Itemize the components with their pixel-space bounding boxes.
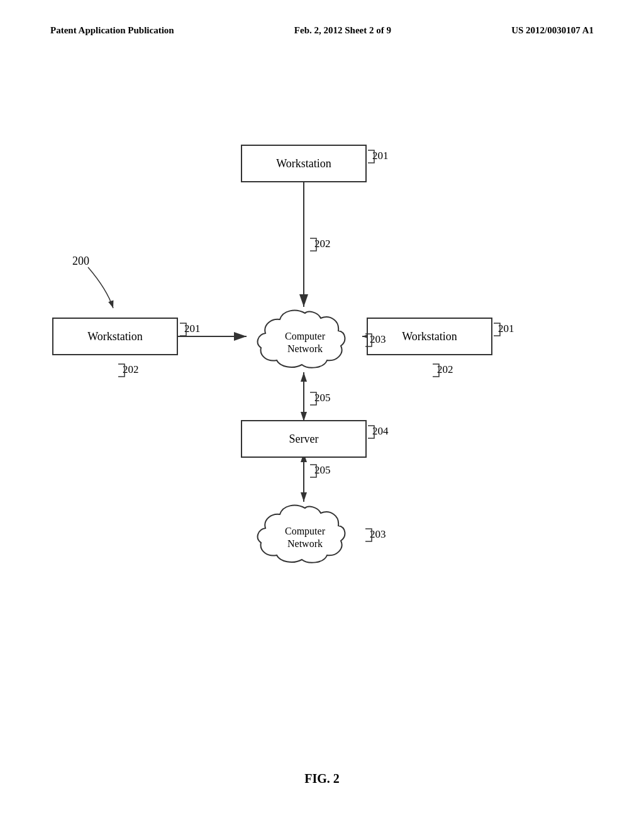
bracket-202-left <box>115 361 128 380</box>
bracket-203-top <box>362 331 375 350</box>
bracket-205-bottom <box>307 462 319 480</box>
server-label: Server <box>289 433 319 446</box>
computer-network-top-cloud: Computer Network <box>245 307 365 376</box>
bracket-203-bottom <box>362 526 375 545</box>
workstation-top-box: Workstation <box>241 145 367 182</box>
workstation-right-label: Workstation <box>402 330 457 343</box>
server-box: Server <box>241 420 367 458</box>
workstation-top-label: Workstation <box>276 157 331 170</box>
svg-text:Network: Network <box>287 538 323 549</box>
header-left: Patent Application Publication <box>50 25 174 36</box>
arrow-200 <box>82 264 119 314</box>
workstation-left-label: Workstation <box>87 330 143 343</box>
computer-network-bottom-cloud: Computer Network <box>245 502 365 571</box>
arrow-cn-bottom-down <box>301 492 307 502</box>
bracket-201-right <box>491 320 503 339</box>
bracket-204 <box>365 423 377 441</box>
page-header: Patent Application Publication Feb. 2, 2… <box>0 25 644 36</box>
figure-label: FIG. 2 <box>304 772 340 785</box>
workstation-left-box: Workstation <box>52 318 178 355</box>
bracket-202-top <box>307 235 319 254</box>
diagram: Workstation 201 200 Workstation 201 202 … <box>0 101 644 704</box>
svg-text:Computer: Computer <box>285 331 326 342</box>
figure-caption: FIG. 2 <box>0 772 644 786</box>
header-middle: Feb. 2, 2012 Sheet 2 of 9 <box>294 25 391 36</box>
bracket-202-right <box>430 361 442 380</box>
header-right: US 2012/0030107 A1 <box>511 25 594 36</box>
bracket-201-left <box>177 320 189 339</box>
svg-text:Network: Network <box>287 343 323 354</box>
bracket-205-top <box>307 389 319 408</box>
svg-text:Computer: Computer <box>285 526 326 537</box>
bracket-201-top <box>365 147 377 166</box>
